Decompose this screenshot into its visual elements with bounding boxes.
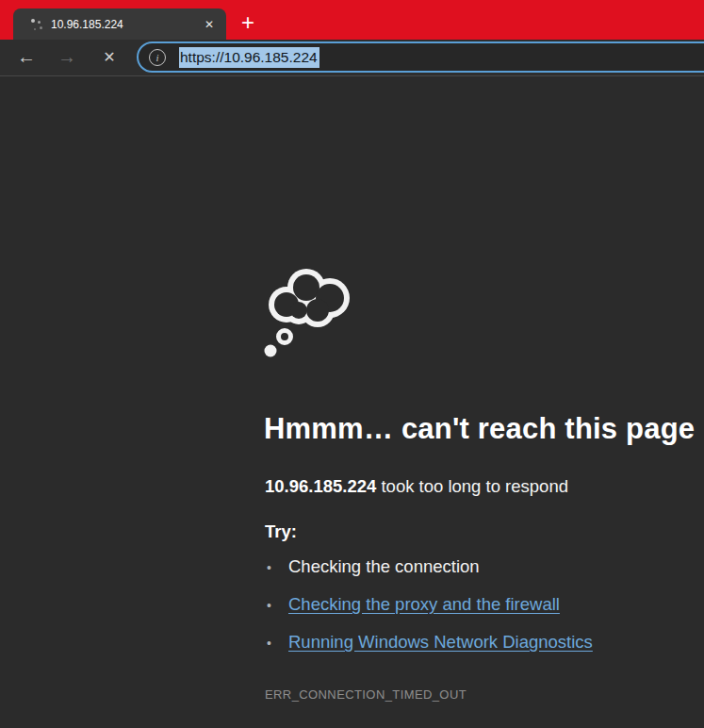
link-checking-proxy-firewall[interactable]: Checking the proxy and the firewall (288, 594, 560, 615)
error-subtitle-rest: took too long to respond (376, 476, 568, 496)
error-code: ERR_CONNECTION_TIMED_OUT (265, 687, 467, 702)
tab-loading-spinner-icon (30, 18, 43, 31)
stop-button[interactable]: ✕ (94, 42, 124, 73)
tab-close-icon[interactable]: ✕ (200, 16, 219, 33)
error-host: 10.96.185.224 (265, 476, 376, 496)
suggestion-checking-connection: Checking the connection (288, 556, 480, 577)
tab-title: 10.96.185.224 (51, 18, 200, 31)
bullet-icon: • (267, 598, 288, 613)
error-subtitle: 10.96.185.224 took too long to respond (265, 476, 568, 497)
list-item: • Running Windows Network Diagnostics (267, 632, 663, 670)
window-titlebar: 10.96.185.224 ✕ + (0, 0, 704, 40)
forward-button: → (52, 42, 82, 73)
browser-tab[interactable]: 10.96.185.224 ✕ (13, 8, 226, 40)
url-selected-text: https://10.96.185.224 (179, 47, 319, 68)
thought-cloud-icon (261, 261, 353, 357)
new-tab-button[interactable]: + (233, 8, 263, 39)
url-input[interactable]: https://10.96.185.224 (179, 49, 319, 66)
bullet-icon: • (267, 560, 288, 575)
site-info-icon[interactable]: i (149, 49, 166, 66)
suggestion-list: • Checking the connection • Checking the… (267, 556, 663, 670)
link-network-diagnostics[interactable]: Running Windows Network Diagnostics (288, 632, 593, 653)
list-item: • Checking the connection (267, 556, 663, 594)
list-item: • Checking the proxy and the firewall (267, 594, 663, 632)
back-button[interactable]: ← (11, 42, 41, 73)
error-title: Hmmm… can't reach this page (264, 412, 695, 446)
address-bar[interactable]: i https://10.96.185.224 (137, 41, 704, 73)
bullet-icon: • (267, 636, 288, 651)
error-page: Hmmm… can't reach this page 10.96.185.22… (0, 76, 704, 728)
try-heading: Try: (265, 521, 297, 542)
